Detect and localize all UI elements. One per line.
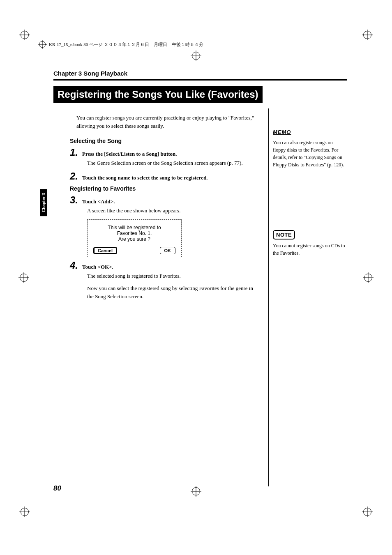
- step-1-number: 1.: [70, 147, 78, 157]
- crop-mark-right-mid: [364, 274, 372, 282]
- crop-mark-bottom-right: [363, 508, 371, 516]
- dialog-line-3: Are you sure ?: [93, 236, 175, 242]
- note-text: You cannot register songs on CDs to the …: [273, 242, 347, 257]
- dialog-cancel-button: Cancel: [93, 247, 117, 254]
- print-header-text: KR-17_15_e.book 80 ページ ２００４年１２月６日 月曜日 午後…: [49, 41, 203, 48]
- page-title: Registering the Songs You Like (Favorite…: [53, 86, 263, 103]
- step-4-number: 4.: [70, 260, 78, 270]
- step-3: 3. Touch <Add>.: [70, 195, 260, 205]
- note-block: NOTE You cannot register songs on CDs to…: [273, 230, 347, 257]
- step-4-text: Touch <OK>.: [82, 264, 113, 270]
- intro-text: You can register songs you are currently…: [76, 114, 260, 130]
- step-4: 4. Touch <OK>.: [70, 260, 260, 270]
- subhead-registering: Registering to Favorites: [70, 185, 260, 192]
- crop-mark-top-right: [363, 31, 371, 39]
- step-1: 1. Press the [Select/Listen to a Song] b…: [70, 147, 260, 157]
- subhead-selecting: Selecting the Song: [70, 138, 260, 144]
- step-4-body-1: The selected song is registered to Favor…: [87, 272, 260, 280]
- step-3-text: Touch <Add>.: [82, 198, 115, 205]
- crop-mark-top-left: [21, 31, 29, 39]
- step-3-number: 3.: [70, 195, 78, 205]
- header-mark-icon: [39, 41, 46, 48]
- crop-mark-bottom-left: [21, 508, 29, 516]
- step-2: 2. Touch the song name to select the son…: [70, 171, 260, 181]
- memo-label: MEMO: [273, 128, 291, 136]
- print-header: KR-17_15_e.book 80 ページ ２００４年１２月６日 月曜日 午後…: [39, 41, 353, 48]
- page-number: 80: [53, 484, 61, 493]
- confirmation-dialog-figure: This will be registered to Favorites No.…: [87, 219, 182, 257]
- main-column: You can register songs you are currently…: [53, 108, 260, 486]
- crop-mark-left-mid: [20, 274, 28, 282]
- dialog-ok-button: OK: [160, 247, 176, 254]
- note-label: NOTE: [273, 230, 295, 240]
- crop-mark-top-mid: [192, 52, 200, 60]
- step-3-body: A screen like the one shown below appear…: [87, 207, 260, 215]
- step-1-body: The Genre Selection screen or the Song S…: [87, 159, 260, 167]
- dialog-line-2: Favorites No. 1.: [93, 230, 175, 236]
- dialog-line-1: This will be registered to: [93, 225, 175, 230]
- step-4-body-2: Now you can select the registered song b…: [87, 284, 260, 301]
- title-rule: [53, 79, 347, 81]
- step-2-number: 2.: [70, 171, 78, 181]
- chapter-side-tab: Chapter 3: [40, 189, 47, 216]
- memo-block: MEMO You can also register songs on flop…: [273, 128, 347, 168]
- step-1-text: Press the [Select/Listen to a Song] butt…: [82, 151, 177, 157]
- sidebar-column: MEMO You can also register songs on flop…: [268, 108, 347, 486]
- chapter-heading: Chapter 3 Song Playback: [53, 70, 347, 77]
- step-2-text: Touch the song name to select the song t…: [82, 175, 208, 181]
- memo-text: You can also register songs on floppy di…: [273, 139, 347, 168]
